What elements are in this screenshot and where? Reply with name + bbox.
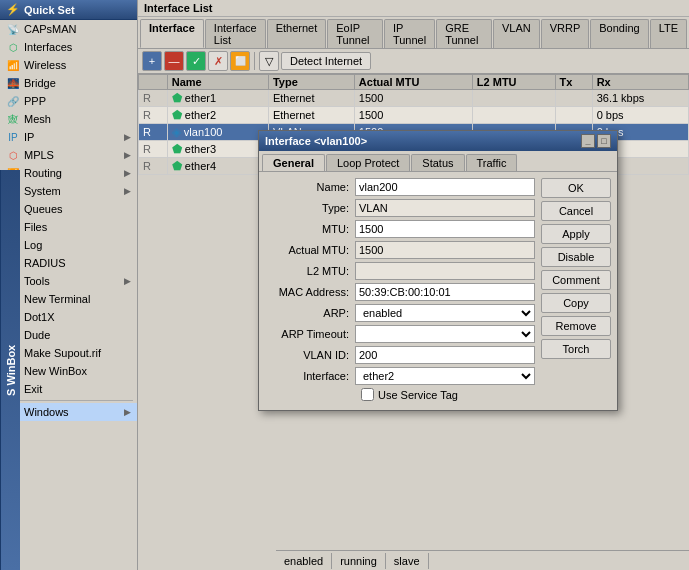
remove-button[interactable]: Remove [541,316,611,336]
sidebar-item-dude[interactable]: 👤 Dude [0,326,137,344]
sidebar-item-tools[interactable]: 🔧 Tools ▶ [0,272,137,290]
ip-arrow-icon: ▶ [124,132,131,142]
l2-mtu-input[interactable] [355,262,535,280]
sidebar-item-queues[interactable]: 🔴 Queues [0,200,137,218]
disable-button[interactable]: Disable [541,247,611,267]
sidebar-title-quick-set: Quick Set [24,4,75,16]
mac-address-input[interactable] [355,283,535,301]
sidebar-label-ip: IP [24,131,34,143]
dialog-minimize-button[interactable]: _ [581,134,595,148]
disable-button[interactable]: ✗ [208,51,228,71]
interface-dialog: Interface <vlan100> _ □ General Loop Pro… [258,130,618,411]
ok-button[interactable]: OK [541,178,611,198]
row-flag: R [139,90,168,107]
sidebar-item-windows[interactable]: 🗗 Windows ▶ [0,403,137,421]
use-service-tag-checkbox[interactable] [361,388,374,401]
vlan-id-input[interactable] [355,346,535,364]
name-label: Name: [265,181,355,193]
sidebar-item-ip[interactable]: IP IP ▶ [0,128,137,146]
status-enabled: enabled [276,553,332,569]
dialog-maximize-button[interactable]: □ [597,134,611,148]
tab-gre-tunnel[interactable]: GRE Tunnel [436,19,492,48]
enable-button[interactable]: ✓ [186,51,206,71]
filter-button[interactable]: ▽ [259,51,279,71]
comment-button[interactable]: Comment [541,270,611,290]
copy-button[interactable]: Copy [541,293,611,313]
table-row[interactable]: R ⬟ ether1 Ethernet 1500 36.1 kbps [139,90,689,107]
dialog-tab-loop-protect[interactable]: Loop Protect [326,154,410,171]
sidebar-item-ppp[interactable]: 🔗 PPP [0,92,137,110]
sidebar-item-capsman[interactable]: 📡 CAPsMAN [0,20,137,38]
interface-row: Interface: ether2 ether1 ether3 ether4 [265,367,535,385]
sidebar-label-interfaces: Interfaces [24,41,72,53]
cancel-button[interactable]: Cancel [541,201,611,221]
sidebar-label-ppp: PPP [24,95,46,107]
sidebar-item-bridge[interactable]: 🌉 Bridge [0,74,137,92]
sidebar-label-make-supout: Make Supout.rif [24,347,101,359]
row-tx [555,107,592,124]
use-service-tag-label: Use Service Tag [378,389,458,401]
row-name: ⬟ ether1 [167,90,268,107]
mtu-input[interactable] [355,220,535,238]
interface-toolbar: + — ✓ ✗ ⬜ ▽ Detect Internet [138,48,689,74]
tab-vlan[interactable]: VLAN [493,19,540,48]
sidebar-item-dot1x[interactable]: 🔐 Dot1X [0,308,137,326]
tab-ip-tunnel[interactable]: IP Tunnel [384,19,435,48]
arp-select-wrapper: enabled disabled proxy-arp reply-only [355,304,535,322]
row-tx [555,90,592,107]
arp-label: ARP: [265,307,355,319]
sidebar-item-new-winbox[interactable]: 🗗 New WinBox [0,362,137,380]
add-button[interactable]: + [142,51,162,71]
sidebar-label-wireless: Wireless [24,59,66,71]
sidebar-item-radius[interactable]: 🔵 RADIUS [0,254,137,272]
sidebar-item-wireless[interactable]: 📶 Wireless [0,56,137,74]
tab-lte[interactable]: LTE [650,19,687,48]
row-rx: 0 bps [592,107,688,124]
actual-mtu-input[interactable] [355,241,535,259]
sidebar-item-make-supout[interactable]: 📄 Make Supout.rif [0,344,137,362]
sidebar-item-mpls[interactable]: ⬡ MPLS ▶ [0,146,137,164]
sidebar-item-mesh[interactable]: 🕸 Mesh [0,110,137,128]
remove-button[interactable]: — [164,51,184,71]
sidebar-item-exit[interactable]: 🚪 Exit [0,380,137,398]
sidebar-label-exit: Exit [24,383,42,395]
type-input[interactable] [355,199,535,217]
sidebar-label-new-terminal: New Terminal [24,293,90,305]
name-input[interactable] [355,178,535,196]
sidebar-item-files[interactable]: 📁 Files [0,218,137,236]
interface-select[interactable]: ether2 ether1 ether3 ether4 [355,367,535,385]
actual-mtu-row: Actual MTU: [265,241,535,259]
tab-ethernet[interactable]: Ethernet [267,19,327,48]
vlan-id-label: VLAN ID: [265,349,355,361]
sidebar-item-system[interactable]: 🖥 System ▶ [0,182,137,200]
table-row[interactable]: R ⬟ ether2 Ethernet 1500 0 bps [139,107,689,124]
tab-bonding[interactable]: Bonding [590,19,648,48]
sidebar-item-new-terminal[interactable]: ⬛ New Terminal [0,290,137,308]
dialog-tab-status[interactable]: Status [411,154,464,171]
sidebar-item-routing[interactable]: 🔀 Routing ▶ [0,164,137,182]
tab-eoip-tunnel[interactable]: EoIP Tunnel [327,19,383,48]
copy-button[interactable]: ⬜ [230,51,250,71]
apply-button[interactable]: Apply [541,224,611,244]
sidebar-item-log[interactable]: 📋 Log [0,236,137,254]
dialog-title-text: Interface <vlan100> [265,135,367,147]
tab-interface-list[interactable]: Interface List [205,19,266,48]
wireless-icon: 📶 [6,58,20,72]
detect-internet-button[interactable]: Detect Internet [281,52,371,70]
tab-interface[interactable]: Interface [140,19,204,48]
dialog-tab-traffic[interactable]: Traffic [466,154,518,171]
row-actual-mtu: 1500 [354,107,472,124]
arp-select[interactable]: enabled disabled proxy-arp reply-only [355,304,535,322]
mac-address-row: MAC Address: [265,283,535,301]
torch-button[interactable]: Torch [541,339,611,359]
tab-vrrp[interactable]: VRRP [541,19,590,48]
arp-timeout-select[interactable] [355,325,535,343]
dialog-title-bar: Interface <vlan100> _ □ [259,131,617,151]
dialog-tab-general[interactable]: General [262,154,325,171]
sidebar-item-interfaces[interactable]: ⬡ Interfaces [0,38,137,56]
actual-mtu-label: Actual MTU: [265,244,355,256]
system-arrow-icon: ▶ [124,186,131,196]
sidebar-label-tools: Tools [24,275,50,287]
l2-mtu-row: L2 MTU: [265,262,535,280]
sidebar-label-files: Files [24,221,47,233]
